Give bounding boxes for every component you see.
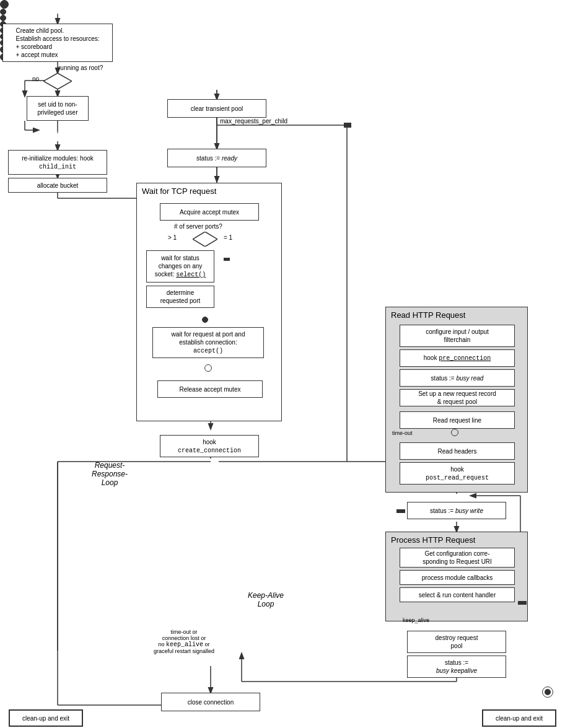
terminal-circle-right bbox=[542, 686, 553, 698]
server-ports-decision bbox=[193, 232, 217, 247]
server-ports-label: # of server ports? bbox=[174, 223, 222, 230]
process-http-request-group: Process HTTP Request Get configuration c… bbox=[385, 532, 528, 621]
time-out-label: time-out bbox=[392, 430, 413, 436]
setup-request-record-box: Set up a new request record& request poo… bbox=[400, 389, 515, 406]
status-ready-box: status := ready bbox=[167, 149, 266, 167]
set-uid-box: set uid to non- privileged user bbox=[27, 96, 89, 121]
before-tcp-circle bbox=[0, 15, 6, 21]
left-bar-1 bbox=[396, 509, 405, 513]
no-label: no bbox=[32, 76, 39, 82]
running-as-root-decision bbox=[43, 73, 72, 89]
max-requests-label: max_requests_per_child bbox=[220, 118, 287, 125]
cleanup-exit-right-box: clean-up and exit bbox=[482, 709, 556, 727]
wait-tcp-group: Wait for TCP request Acquire accept mute… bbox=[136, 183, 282, 421]
svg-marker-70 bbox=[193, 232, 217, 247]
determine-port-box: determinerequested port bbox=[146, 286, 214, 308]
close-connection-box: close connection bbox=[161, 693, 260, 711]
hook-post-read-request-box: hookpost_read_request bbox=[400, 462, 515, 485]
keep-alive-label: keep_alive bbox=[403, 617, 429, 623]
get-config-uri-box: Get configuration corre-sponding to Requ… bbox=[400, 548, 515, 568]
create-child-pool-box: Create child pool. Establish access to r… bbox=[2, 24, 113, 62]
status-busy-read-box: status := busy read bbox=[400, 369, 515, 387]
read-headers-box: Read headers bbox=[400, 442, 515, 460]
read-request-line-box: Read request line bbox=[400, 411, 515, 429]
status-busy-keepalive-box: status :=busy keepalive bbox=[407, 656, 506, 678]
allocate-bucket-box: allocate bucket bbox=[8, 178, 107, 193]
merge-circle-2 bbox=[202, 317, 208, 323]
reinit-modules-box: re-initialize modules: hook child_init bbox=[8, 150, 107, 175]
wait-request-port-box: wait for request at port and establish c… bbox=[152, 327, 264, 358]
hook-create-connection-box: hookcreate_connection bbox=[160, 435, 259, 457]
state-diagram: Create child pool. Establish access to r… bbox=[0, 0, 565, 728]
right-bar-1 bbox=[518, 601, 527, 605]
read-http-request-group: Read HTTP Request configure input / outp… bbox=[385, 307, 528, 493]
destroy-request-pool-box: destroy requestpool bbox=[407, 631, 506, 653]
running-as-root-label: running as root? bbox=[58, 64, 103, 71]
timeout-conn-lost-label: time-out or connection lost or no keep_a… bbox=[154, 623, 214, 654]
eq1-label: = 1 bbox=[224, 234, 232, 241]
acquire-mutex-box: Acquire accept mutex bbox=[160, 203, 259, 221]
max-requests-bar bbox=[344, 123, 351, 128]
hook-pre-connection-box: hook pre_connection bbox=[400, 349, 515, 367]
process-module-callbacks-box: process module callbacks bbox=[400, 570, 515, 585]
keep-alive-loop-label: Keep-Alive Loop bbox=[248, 582, 284, 608]
accept-circle bbox=[204, 364, 212, 372]
clear-transient-box: clear transient pool bbox=[167, 99, 266, 118]
gt1-label: > 1 bbox=[168, 234, 177, 241]
configure-filterchain-box: configure input / outputfilterchain bbox=[400, 325, 515, 347]
svg-marker-69 bbox=[43, 73, 72, 89]
status-busy-write-box: status := busy write bbox=[407, 502, 506, 519]
select-run-content-handler-box: select & run content handler bbox=[400, 587, 515, 602]
loop-bar-1 bbox=[224, 258, 230, 261]
request-response-loop-label: Request- Response- Loop bbox=[92, 452, 128, 487]
cleanup-exit-left-box: clean-up and exit bbox=[9, 709, 83, 727]
wait-status-changes-box: wait for status changes on any socket: s… bbox=[146, 250, 214, 283]
release-mutex-box: Release accept mutex bbox=[157, 380, 263, 398]
start-circle bbox=[0, 0, 9, 9]
merge-circle-1 bbox=[0, 9, 6, 15]
timeout-circle bbox=[451, 429, 458, 436]
